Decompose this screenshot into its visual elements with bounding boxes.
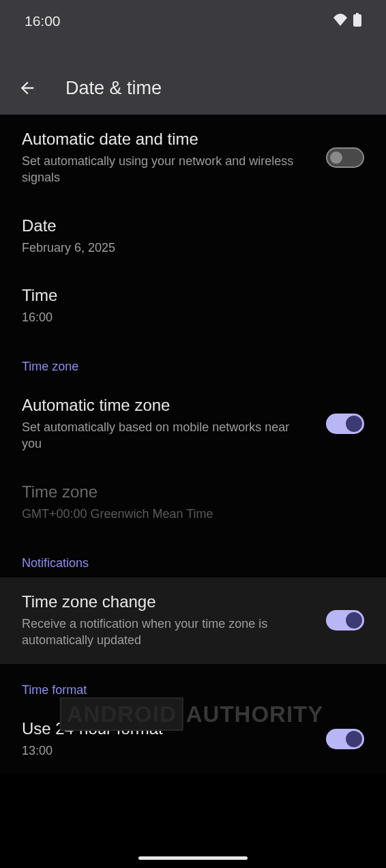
status-icons: [333, 13, 361, 29]
setting-auto-date-time[interactable]: Automatic date and time Set automaticall…: [0, 115, 386, 201]
setting-title: Date: [22, 216, 364, 235]
setting-timezone: Time zone GMT+00:00 Greenwich Mean Time: [0, 467, 386, 537]
section-header-notifications: Notifications: [0, 537, 386, 577]
status-time: 16:00: [25, 13, 61, 29]
setting-timezone-change[interactable]: Time zone change Receive a notification …: [0, 577, 386, 664]
setting-24hour-format[interactable]: Use 24-hour format 13:00: [0, 704, 386, 774]
back-arrow-icon: [18, 78, 37, 98]
svg-rect-0: [356, 13, 359, 14]
page-title: Date & time: [65, 78, 162, 99]
setting-time[interactable]: Time 16:00: [0, 271, 386, 341]
setting-value: 13:00: [22, 742, 312, 759]
setting-title: Time: [22, 286, 364, 305]
setting-date[interactable]: Date February 6, 2025: [0, 201, 386, 271]
toggle-auto-date-time[interactable]: [326, 147, 364, 168]
setting-title: Automatic date and time: [22, 130, 312, 149]
toggle-24hour-format[interactable]: [326, 729, 364, 749]
navigation-bar[interactable]: [138, 856, 248, 860]
setting-title: Time zone change: [22, 592, 312, 611]
app-bar: Date & time: [0, 61, 386, 115]
setting-title: Use 24-hour format: [22, 719, 312, 738]
setting-title: Automatic time zone: [22, 396, 312, 415]
setting-subtitle: Set automatically using your network and…: [22, 153, 312, 186]
setting-title: Time zone: [22, 482, 364, 502]
setting-auto-timezone[interactable]: Automatic time zone Set automatically ba…: [0, 381, 386, 467]
wifi-icon: [333, 14, 348, 29]
setting-value: February 6, 2025: [22, 240, 364, 256]
setting-subtitle: Set automatically based on mobile networ…: [22, 419, 312, 452]
back-button[interactable]: [14, 74, 41, 102]
settings-content: Automatic date and time Set automaticall…: [0, 115, 386, 774]
section-header-timezone: Time zone: [0, 341, 386, 381]
status-bar: 16:00: [0, 0, 386, 61]
toggle-auto-timezone[interactable]: [326, 414, 364, 434]
setting-value: 16:00: [22, 309, 364, 326]
setting-value: GMT+00:00 Greenwich Mean Time: [22, 506, 364, 522]
svg-rect-1: [353, 14, 361, 27]
setting-subtitle: Receive a notification when your time zo…: [22, 616, 312, 649]
section-header-timeformat: Time format: [0, 664, 386, 704]
toggle-timezone-change[interactable]: [326, 610, 364, 631]
battery-icon: [353, 13, 361, 29]
